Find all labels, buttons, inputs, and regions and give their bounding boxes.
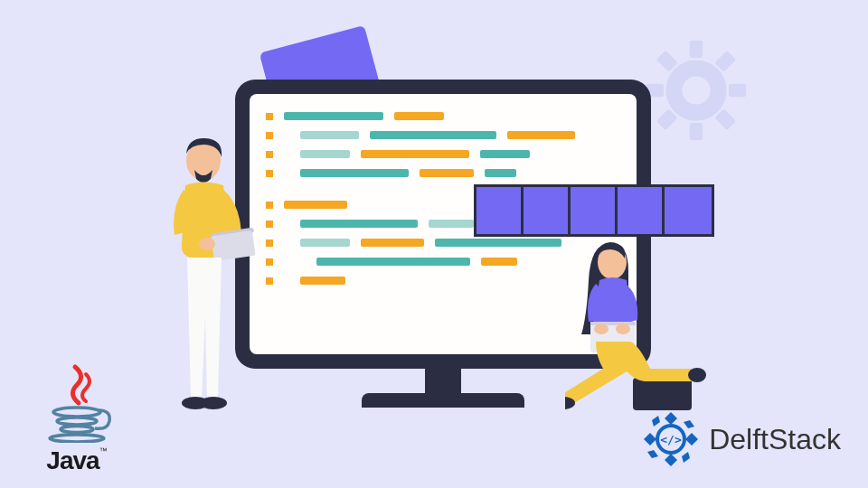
array-cell [571,187,618,234]
monitor-stand-base [362,393,524,408]
svg-point-25 [61,427,93,433]
svg-point-23 [53,408,100,417]
svg-point-22 [688,368,706,382]
man-illustration [158,136,258,416]
gear-icon [642,36,750,145]
java-tm: ™ [99,446,108,455]
woman-illustration [565,235,719,416]
svg-rect-1 [690,41,703,58]
array-cell [665,187,712,234]
java-logo-text: Java [46,446,99,474]
array-cell [618,187,665,234]
svg-rect-5 [714,51,736,72]
svg-point-13 [199,238,215,250]
delftstack-badge-icon: </> [642,410,700,468]
svg-point-15 [200,397,227,409]
svg-rect-2 [690,123,703,140]
array-illustration [474,184,714,237]
svg-rect-6 [656,108,678,130]
java-cup-icon [41,361,113,443]
svg-point-20 [616,324,630,334]
array-cell [524,187,571,234]
delftstack-logo: </> DelftStack [642,410,841,468]
svg-point-24 [57,418,97,425]
java-logo: Java™ [27,361,127,475]
delftstack-logo-text: DelftStack [709,423,841,456]
svg-point-9 [682,76,710,104]
svg-point-19 [594,324,609,334]
array-cell [476,187,524,234]
svg-point-26 [50,435,104,442]
svg-rect-7 [656,51,678,72]
svg-rect-4 [729,84,746,97]
svg-text:</>: </> [660,433,682,446]
svg-rect-8 [714,108,736,130]
